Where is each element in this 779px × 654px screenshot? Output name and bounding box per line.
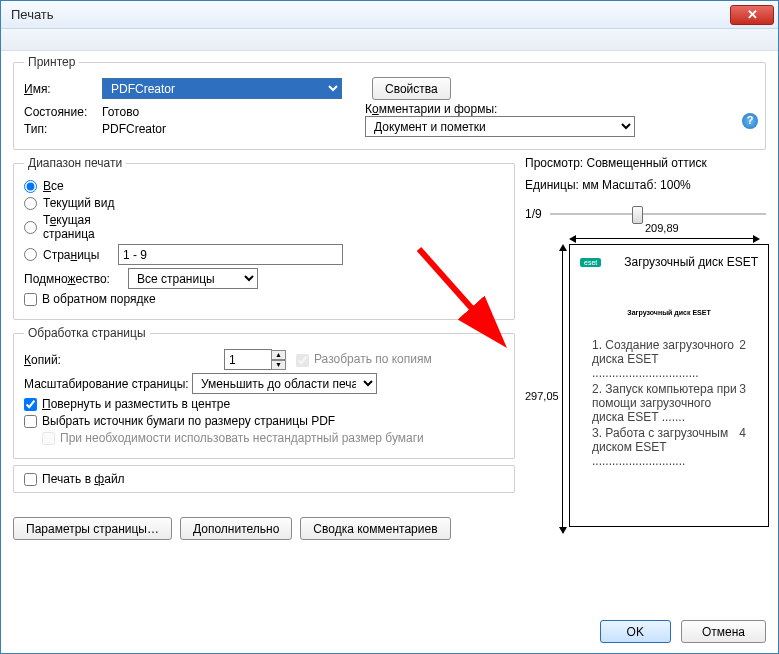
properties-button[interactable]: Свойства: [372, 77, 451, 100]
comments-label: Комментарии и формы:: [365, 102, 635, 116]
toolstrip-background: [1, 29, 778, 51]
page-counter: 1/9: [525, 207, 542, 221]
preview-toc: 1. Создание загрузочного диска ESET ....…: [580, 336, 758, 470]
scaling-dropdown[interactable]: Уменьшить до области печати: [192, 373, 377, 394]
print-to-file-frame: Печать в файл: [13, 465, 515, 493]
paper-source-label: Выбрать источник бумаги по размеру стран…: [42, 414, 335, 428]
preview-doc-title: Загрузочный диск ESET: [580, 309, 758, 316]
collate-label: Разобрать по копиям: [314, 352, 432, 366]
custom-paper-label: При необходимости использовать нестандар…: [60, 431, 424, 445]
page-height-label: 297,05: [525, 390, 559, 402]
cancel-button[interactable]: Отмена: [681, 620, 766, 643]
range-pages-label: Страницы: [43, 248, 118, 262]
reverse-order-label: В обратном порядке: [42, 292, 156, 306]
preview-header-right: Загрузочный диск ESET: [624, 255, 758, 269]
reverse-order-checkbox[interactable]: [24, 293, 37, 306]
page-setup-button[interactable]: Параметры страницы…: [13, 517, 172, 540]
window-title: Печать: [11, 7, 54, 22]
range-current-page-radio[interactable]: [24, 221, 37, 234]
close-button[interactable]: ✕: [730, 5, 774, 25]
copies-label: Копий:: [24, 353, 224, 367]
page-preview: eset Загрузочный диск ESET Загрузочный д…: [569, 244, 769, 527]
dialog-body: ? Принтер Имя: PDFCreator Свойства Состо…: [1, 51, 778, 620]
status-value: Готово: [102, 105, 139, 119]
type-label: Тип:: [24, 122, 102, 136]
range-current-view-label: Текущий вид: [43, 196, 121, 210]
paper-source-checkbox[interactable]: [24, 415, 37, 428]
print-to-file-checkbox[interactable]: [24, 473, 37, 486]
range-all-label: Все: [43, 179, 121, 193]
printer-group-label: Принтер: [24, 55, 79, 69]
scaling-label: Масштабирование страницы:: [24, 377, 192, 391]
range-pages-input[interactable]: [118, 244, 343, 265]
ok-button[interactable]: OK: [600, 620, 671, 643]
print-dialog: Печать ✕ ? Принтер Имя: PDFCreator Свойс…: [0, 0, 779, 654]
subset-label: Подмножество:: [24, 272, 128, 286]
type-value: PDFCreator: [102, 122, 166, 136]
comments-dropdown[interactable]: Документ и пометки: [365, 116, 635, 137]
range-all-radio[interactable]: [24, 180, 37, 193]
range-current-view-radio[interactable]: [24, 197, 37, 210]
width-arrow: [569, 231, 760, 241]
dialog-footer: OK Отмена: [1, 620, 778, 653]
preview-units: Единицы: мм Масштаб: 100%: [525, 178, 766, 192]
range-current-page-label: Текущая страница: [43, 213, 121, 241]
subset-dropdown[interactable]: Все страницы: [128, 268, 258, 289]
printer-name-dropdown[interactable]: PDFCreator: [102, 78, 342, 99]
comments-summary-button[interactable]: Сводка комментариев: [300, 517, 450, 540]
print-range-label: Диапазон печати: [24, 156, 126, 170]
copies-up[interactable]: ▲: [271, 350, 286, 360]
titlebar: Печать ✕: [1, 1, 778, 29]
zoom-slider[interactable]: [550, 206, 766, 222]
eset-logo: eset: [580, 258, 601, 267]
custom-paper-checkbox: [42, 432, 55, 445]
preview-frame: 209,89 297,05 eset Загрузочный диск ESET…: [525, 222, 766, 540]
page-handling-label: Обработка страницы: [24, 326, 150, 340]
rotate-center-checkbox[interactable]: [24, 398, 37, 411]
status-label: Состояние:: [24, 105, 102, 119]
rotate-center-label: Повернуть и разместить в центре: [42, 397, 230, 411]
page-handling-group: Обработка страницы Копий: ▲ ▼ Разобрать …: [13, 326, 515, 459]
copies-input[interactable]: [224, 349, 272, 370]
printer-name-label: Имя:: [24, 82, 102, 96]
print-range-group: Диапазон печати Все Текущий вид Текущая …: [13, 156, 515, 320]
printer-group: Принтер Имя: PDFCreator Свойства Состоян…: [13, 55, 766, 150]
collate-checkbox: [296, 354, 309, 367]
print-to-file-label: Печать в файл: [42, 472, 125, 486]
preview-header: Просмотр: Совмещенный оттиск: [525, 156, 766, 170]
copies-down[interactable]: ▼: [271, 360, 286, 370]
height-arrow: [557, 244, 567, 534]
help-icon[interactable]: ?: [742, 113, 758, 129]
range-pages-radio[interactable]: [24, 248, 37, 261]
advanced-button[interactable]: Дополнительно: [180, 517, 292, 540]
